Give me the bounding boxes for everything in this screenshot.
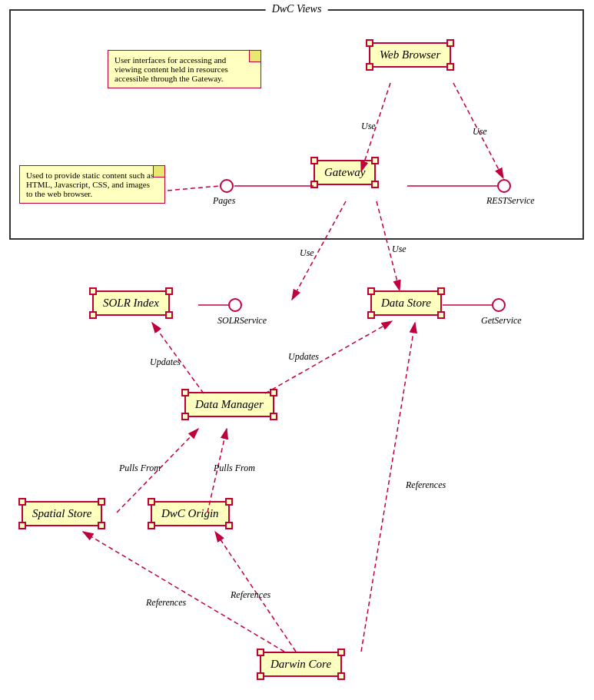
rest-service-label: RESTService: [486, 195, 535, 207]
diagram: DwC Views User interfaces for accessing …: [0, 0, 594, 700]
data-store-box: Data Store: [370, 290, 442, 316]
svg-text:Pulls From: Pulls From: [118, 463, 161, 473]
svg-text:References: References: [230, 589, 271, 600]
svg-text:Updates: Updates: [288, 351, 319, 362]
svg-text:References: References: [405, 479, 446, 490]
gateway-box: Gateway: [314, 160, 376, 185]
svg-text:Use: Use: [300, 247, 314, 258]
svg-line-16: [265, 321, 392, 393]
svg-text:Updates: Updates: [150, 357, 181, 367]
svg-text:Use: Use: [392, 244, 407, 254]
svg-line-26: [361, 323, 415, 652]
svg-line-24: [215, 532, 296, 652]
get-service-circle: [492, 298, 506, 312]
svg-text:References: References: [145, 597, 187, 608]
svg-line-18: [117, 429, 198, 513]
darwin-core-box: Darwin Core: [260, 652, 342, 677]
web-browser-box: Web Browser: [369, 42, 451, 68]
solr-service-label: SOLRService: [217, 315, 267, 327]
svg-line-22: [83, 532, 284, 652]
get-service-label: GetService: [481, 315, 522, 327]
rest-service-circle: [497, 179, 511, 193]
data-manager-box: Data Manager: [184, 392, 274, 417]
svg-line-20: [207, 429, 227, 513]
solr-index-box: SOLR Index: [92, 290, 170, 316]
dwc-origin-box: DwC Origin: [151, 501, 230, 526]
pages-circle: [220, 179, 234, 193]
note1: User interfaces for accessing and viewin…: [108, 50, 261, 88]
spatial-store-box: Spatial Store: [22, 501, 102, 526]
solr-service-circle: [228, 298, 242, 312]
note2: Used to provide static content such as H…: [19, 165, 165, 204]
svg-text:Pulls From: Pulls From: [213, 463, 255, 473]
pages-label: Pages: [213, 195, 235, 207]
svg-line-14: [152, 323, 204, 393]
dwc-views-title: DwC Views: [266, 3, 328, 15]
